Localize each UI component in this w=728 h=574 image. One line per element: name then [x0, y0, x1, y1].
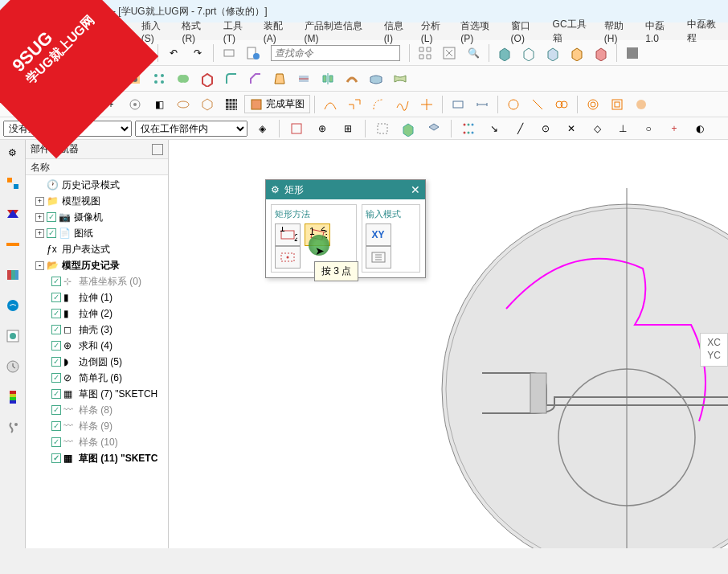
filter-opt-1-button[interactable]: ◈: [251, 118, 273, 139]
render-shaded-button[interactable]: [493, 43, 516, 64]
sketch-ellipse-button[interactable]: [172, 94, 194, 115]
tree-item-1[interactable]: +📁模型视图: [29, 193, 165, 209]
history-icon[interactable]: [3, 357, 22, 376]
browser-icon[interactable]: [3, 326, 22, 346]
unite-button[interactable]: [172, 68, 194, 89]
redo-button[interactable]: ↷: [186, 43, 209, 64]
trim-curve-button[interactable]: [415, 94, 438, 115]
expander-icon[interactable]: +: [35, 213, 44, 222]
cut-button[interactable]: ✂: [83, 43, 105, 64]
tree-item-4[interactable]: ƒx用户表达式: [29, 241, 165, 257]
sketch-pattern-button[interactable]: [220, 94, 243, 115]
snap-int-button[interactable]: ✕: [560, 118, 583, 139]
sweep-button[interactable]: [341, 68, 363, 89]
curve-tool-4-button[interactable]: [391, 94, 414, 115]
sketch-tool-6-button[interactable]: ◧: [148, 94, 170, 115]
fit-view-button[interactable]: [438, 43, 460, 64]
checkbox-icon[interactable]: ✓: [51, 309, 61, 318]
menu-item-12[interactable]: 中磊1.0: [641, 18, 681, 46]
sketch-circle-button[interactable]: [76, 94, 98, 115]
checkbox-icon[interactable]: ✓: [51, 405, 61, 415]
rect-2pt-button[interactable]: [447, 94, 469, 115]
assembly-nav-icon[interactable]: [3, 204, 22, 223]
undo-button[interactable]: ↶: [162, 43, 185, 64]
nav-col-name[interactable]: 名称: [26, 159, 168, 175]
constraint-1-button[interactable]: [502, 94, 525, 115]
new-file-button[interactable]: [3, 43, 26, 64]
copy-button[interactable]: ⎘: [107, 43, 129, 64]
sketch-polygon-button[interactable]: [196, 94, 219, 115]
expander-icon[interactable]: -: [35, 261, 44, 270]
tree-item-9[interactable]: ✓◻抽壳 (3): [29, 322, 165, 338]
sketch-arc-button[interactable]: [27, 94, 50, 115]
tree-item-11[interactable]: ✓◗边倒圆 (5): [29, 354, 165, 370]
checkbox-icon[interactable]: ✓: [51, 437, 61, 447]
render-hidden-button[interactable]: [542, 43, 564, 64]
snap-opt-2-button[interactable]: ⊕: [311, 118, 333, 139]
orient-view-button[interactable]: [414, 43, 436, 64]
layer-button[interactable]: [621, 43, 644, 64]
checkbox-icon[interactable]: ✓: [51, 277, 61, 286]
snap-grid-button[interactable]: [457, 118, 480, 139]
snap-plus-button[interactable]: +: [663, 118, 685, 139]
tree-item-12[interactable]: ✓⊘简单孔 (6): [29, 370, 165, 386]
menu-item-2[interactable]: 格式(R): [178, 18, 217, 46]
close-icon[interactable]: ✕: [411, 183, 420, 196]
tree-item-7[interactable]: ✓▮拉伸 (1): [29, 289, 165, 305]
snap-tan-button[interactable]: ○: [637, 118, 660, 139]
render-wireframe-button[interactable]: [517, 43, 540, 64]
properties-button[interactable]: [242, 43, 264, 64]
menu-item-3[interactable]: 工具(T): [219, 18, 258, 46]
snap-quad-button[interactable]: ◇: [586, 118, 608, 139]
sketch-spline-button[interactable]: [51, 94, 74, 115]
sketch-point-button[interactable]: +: [100, 94, 122, 115]
checkbox-icon[interactable]: ✓: [51, 389, 61, 399]
checkbox-icon[interactable]: ✓: [51, 421, 61, 431]
menu-item-11[interactable]: 帮助(H): [600, 18, 640, 46]
param-mode-option[interactable]: [366, 246, 391, 269]
snap-box-button[interactable]: [397, 118, 419, 139]
part-nav-icon[interactable]: [3, 174, 22, 193]
menu-item-4[interactable]: 装配(A): [260, 18, 299, 46]
hole-feature-button[interactable]: [124, 68, 146, 89]
gear-icon[interactable]: ⚙: [3, 143, 22, 162]
datum-axis-button[interactable]: [51, 68, 74, 89]
curve-tool-3-button[interactable]: [367, 94, 390, 115]
tree-item-6[interactable]: ✓⊹基准坐标系 (0): [29, 273, 165, 289]
tree-item-0[interactable]: 🕐历史记录模式: [29, 177, 165, 193]
text-tool-button[interactable]: A: [3, 68, 26, 89]
tree-item-17[interactable]: ✓▦草图 (11) "SKETC: [29, 450, 165, 466]
sketch-tool-5-button[interactable]: [124, 94, 146, 115]
color-bar-icon[interactable]: [3, 387, 22, 407]
trim-body-button[interactable]: [292, 68, 315, 89]
dialog-titlebar[interactable]: ⚙ 矩形 ✕: [266, 180, 425, 199]
snap-opt-1-button[interactable]: [285, 118, 308, 139]
constraint-nav-icon[interactable]: [3, 235, 22, 254]
offset-curve-button[interactable]: [582, 94, 604, 115]
snap-rect-button[interactable]: [371, 118, 394, 139]
menu-item-7[interactable]: 分析(L): [417, 18, 455, 46]
zoom-button[interactable]: 🔍: [462, 43, 485, 64]
tree-item-8[interactable]: ✓▮拉伸 (2): [29, 305, 165, 322]
tree-item-2[interactable]: +✓📷摄像机: [29, 209, 165, 225]
checkbox-icon[interactable]: ✓: [47, 212, 56, 222]
revolve-button[interactable]: [100, 68, 122, 89]
rect-center-option[interactable]: [275, 246, 301, 269]
project-curve-button[interactable]: [606, 94, 628, 115]
menu-item-9[interactable]: 窗口(O): [507, 18, 547, 46]
menu-item-1[interactable]: 插入(S): [137, 18, 177, 46]
tree-item-13[interactable]: ✓▦草图 (7) "SKETCH: [29, 386, 165, 402]
snap-end-button[interactable]: ↘: [483, 118, 505, 139]
curve-tool-1-button[interactable]: [319, 94, 342, 115]
intersect-curve-button[interactable]: [630, 94, 652, 115]
snap-perp-button[interactable]: ⊥: [611, 118, 634, 139]
snap-mid-button[interactable]: ╱: [509, 118, 531, 139]
expander-icon[interactable]: +: [35, 197, 44, 206]
constraint-2-button[interactable]: [526, 94, 549, 115]
paste-button[interactable]: 📋: [131, 43, 153, 64]
finish-sketch-button[interactable]: 完成草图: [244, 95, 310, 113]
tree-item-16[interactable]: ✓〰样条 (10): [29, 434, 165, 450]
hd3d-icon[interactable]: [3, 296, 22, 315]
snap-opt-3-button[interactable]: ⊞: [337, 118, 359, 139]
menu-item-8[interactable]: 首选项(P): [456, 18, 505, 46]
